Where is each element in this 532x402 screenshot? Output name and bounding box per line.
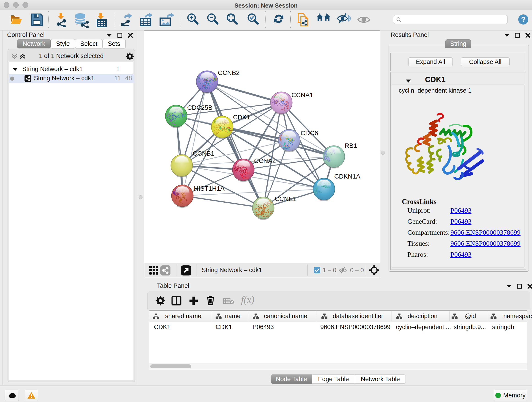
svg-text:RB1: RB1	[345, 142, 357, 149]
svg-text:CCNB1: CCNB1	[193, 150, 215, 157]
svg-text:CDK1: CDK1	[233, 114, 250, 121]
svg-text:CDC6: CDC6	[301, 129, 318, 137]
svg-text:CDC25B: CDC25B	[187, 104, 212, 111]
svg-text:CCNB2: CCNB2	[218, 69, 240, 76]
svg-text:CDKN1A: CDKN1A	[334, 173, 360, 180]
svg-text:CCNE1: CCNE1	[275, 195, 297, 202]
svg-text:CCNA2: CCNA2	[254, 157, 276, 164]
svg-text:CCNA1: CCNA1	[291, 91, 313, 99]
svg-text:HIST1H1A: HIST1H1A	[194, 185, 225, 192]
